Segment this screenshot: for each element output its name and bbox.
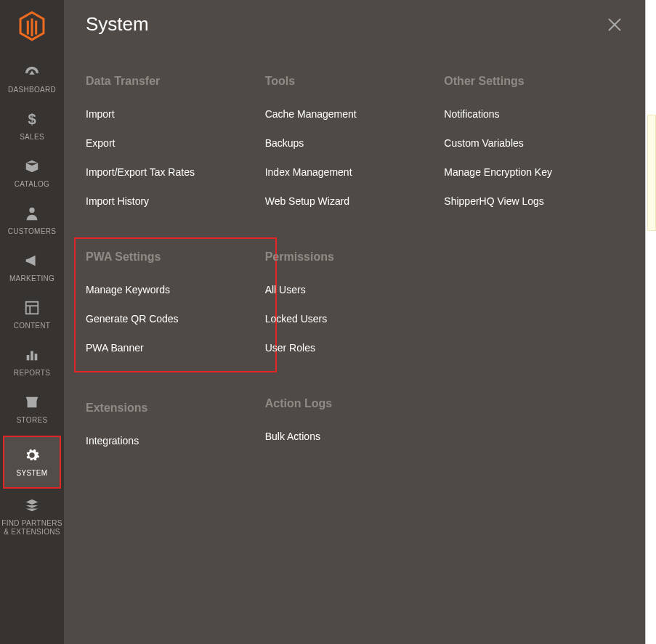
link-user-roles[interactable]: User Roles (265, 342, 445, 354)
gauge-icon (0, 64, 64, 81)
nav-customers[interactable]: CUSTOMERS (0, 198, 64, 245)
section-title: Tools (265, 75, 445, 88)
section-extensions: Extensions Integrations (86, 402, 265, 447)
flyout-header: System (64, 0, 645, 53)
bar-chart-icon (0, 347, 64, 364)
nav-system[interactable]: SYSTEM (3, 436, 61, 489)
person-icon (0, 205, 64, 223)
svg-rect-2 (26, 302, 39, 314)
link-all-users[interactable]: All Users (265, 284, 445, 295)
nav-label: MARKETING (0, 274, 64, 282)
nav-marketing[interactable]: MARKETING (0, 245, 64, 293)
flyout-column-2: Tools Cache Management Backups Index Man… (265, 75, 445, 490)
link-web-setup-wizard[interactable]: Web Setup Wizard (265, 195, 445, 207)
link-integrations[interactable]: Integrations (86, 435, 265, 447)
nav-label: SYSTEM (4, 469, 60, 477)
background-content-edge (645, 0, 656, 644)
section-title: Action Logs (265, 397, 445, 410)
section-title: Extensions (86, 402, 265, 415)
link-manage-keywords[interactable]: Manage Keywords (86, 284, 265, 295)
megaphone-icon (0, 253, 64, 270)
link-bulk-actions[interactable]: Bulk Actions (265, 431, 445, 442)
link-export[interactable]: Export (86, 137, 265, 149)
link-import-history[interactable]: Import History (86, 195, 265, 207)
nav-dashboard[interactable]: DASHBOARD (0, 57, 64, 104)
storefront-icon (0, 394, 64, 412)
nav-label: REPORTS (0, 369, 64, 377)
magento-logo[interactable] (18, 10, 46, 41)
link-index-management[interactable]: Index Management (265, 166, 445, 178)
svg-rect-5 (27, 355, 30, 360)
nav-reports[interactable]: REPORTS (0, 340, 64, 387)
flyout-column-3: Other Settings Notifications Custom Vari… (444, 75, 623, 490)
section-title: Other Settings (444, 75, 623, 88)
system-flyout-panel: System Data Transfer Import Export Impor… (64, 0, 645, 644)
nav-label: CUSTOMERS (0, 227, 64, 235)
link-shipperhq-view-logs[interactable]: ShipperHQ View Logs (444, 195, 623, 207)
dollar-icon: $ (0, 111, 64, 129)
section-other-settings: Other Settings Notifications Custom Vari… (444, 75, 623, 207)
link-generate-qr-codes[interactable]: Generate QR Codes (86, 313, 265, 325)
nav-content[interactable]: CONTENT (0, 293, 64, 340)
nav-label: DASHBOARD (0, 86, 64, 94)
section-title: Data Transfer (86, 75, 265, 88)
svg-rect-6 (31, 351, 33, 361)
nav-label: FIND PARTNERS & EXTENSIONS (0, 519, 64, 537)
flyout-title: System (86, 13, 149, 36)
nav-label: SALES (0, 133, 64, 141)
nav-find-partners[interactable]: FIND PARTNERS & EXTENSIONS (0, 490, 64, 547)
link-manage-encryption-key[interactable]: Manage Encryption Key (444, 166, 623, 178)
link-import-export-tax-rates[interactable]: Import/Export Tax Rates (86, 166, 265, 178)
nav-sales[interactable]: $ SALES (0, 104, 64, 151)
section-title: Permissions (265, 250, 445, 264)
svg-text:$: $ (28, 111, 37, 127)
link-custom-variables[interactable]: Custom Variables (444, 137, 623, 149)
admin-sidebar: DASHBOARD $ SALES CATALOG CUSTOMERS MARK… (0, 0, 64, 644)
nav-label: STORES (0, 416, 64, 424)
puzzle-icon (0, 497, 64, 515)
link-import[interactable]: Import (86, 108, 265, 120)
close-icon[interactable] (606, 16, 623, 33)
link-locked-users[interactable]: Locked Users (265, 313, 445, 325)
section-title: PWA Settings (86, 250, 265, 264)
section-permissions: Permissions All Users Locked Users User … (265, 250, 445, 354)
section-action-logs: Action Logs Bulk Actions (265, 397, 445, 442)
link-pwa-banner[interactable]: PWA Banner (86, 342, 265, 354)
flyout-column-1: Data Transfer Import Export Import/Expor… (86, 75, 265, 490)
section-tools: Tools Cache Management Backups Index Man… (265, 75, 445, 207)
svg-rect-7 (35, 354, 38, 360)
nav-label: CATALOG (0, 180, 64, 188)
link-backups[interactable]: Backups (265, 137, 445, 149)
nav-stores[interactable]: STORES (0, 387, 64, 434)
link-cache-management[interactable]: Cache Management (265, 108, 445, 120)
gear-icon (4, 447, 60, 465)
nav-label: CONTENT (0, 322, 64, 330)
notice-strip (647, 115, 656, 231)
nav-catalog[interactable]: CATALOG (0, 151, 64, 198)
flyout-body: Data Transfer Import Export Import/Expor… (64, 53, 645, 490)
section-pwa-settings: PWA Settings Manage Keywords Generate QR… (86, 250, 265, 354)
section-data-transfer: Data Transfer Import Export Import/Expor… (86, 75, 265, 207)
highlight-box-pwa: PWA Settings Manage Keywords Generate QR… (74, 237, 277, 372)
link-notifications[interactable]: Notifications (444, 108, 623, 120)
svg-point-1 (29, 208, 34, 213)
box-icon (0, 158, 64, 176)
layout-icon (0, 300, 64, 317)
